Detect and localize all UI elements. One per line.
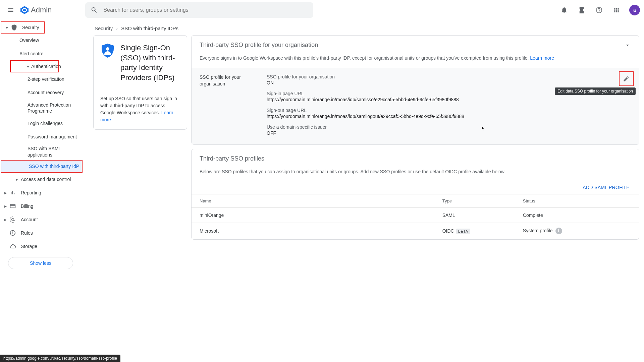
header-actions: a [557, 3, 640, 17]
breadcrumb-current: SSO with third-party IDPs [121, 25, 178, 31]
breadcrumb: Security › SSO with third-party IDPs [85, 20, 644, 35]
pencil-icon [623, 75, 630, 82]
sidebar-item-authentication[interactable]: ▾ Authentication [10, 60, 59, 72]
sso-shield-icon [100, 43, 115, 83]
app-header: Admin a [0, 0, 644, 20]
chevron-right-icon: ▸ [3, 190, 7, 195]
breadcrumb-link-security[interactable]: Security [95, 25, 113, 31]
sidebar-item-overview[interactable]: Overview [0, 34, 85, 47]
at-sign-icon [9, 216, 17, 224]
chevron-right-icon: ▸ [15, 177, 19, 182]
sidebar-item-storage[interactable]: ▸ Storage [0, 240, 85, 253]
col-status: Status [518, 194, 639, 208]
panel-header[interactable]: Third-party SSO profile for your organis… [192, 36, 639, 55]
chevron-right-icon: › [116, 25, 118, 31]
sidebar-item-login-challenges[interactable]: Login challenges [0, 117, 85, 130]
svg-point-7 [12, 232, 13, 233]
shield-icon [10, 23, 18, 32]
sidebar-item-advanced-protection[interactable]: Advanced Protection Programme [0, 99, 85, 117]
col-type: Type [438, 194, 518, 208]
sidebar-item-access-data[interactable]: ▸ Access and data control [0, 173, 85, 186]
table-row[interactable]: miniOrange SAML Complete [192, 208, 639, 223]
sidebar-item-security[interactable]: ▾ Security [1, 21, 45, 34]
chevron-down-icon: ▾ [5, 25, 9, 30]
show-less-button[interactable]: Show less [8, 257, 73, 269]
add-saml-profile-button[interactable]: ADD SAML PROFILE [192, 181, 639, 194]
chevron-right-icon: ▸ [3, 217, 7, 222]
search-input[interactable] [103, 7, 308, 13]
apps-grid-icon [613, 7, 620, 13]
info-icon[interactable]: i [555, 228, 562, 234]
sidebar-item-rules[interactable]: ▸ Rules [0, 226, 85, 240]
col-name: Name [192, 194, 438, 208]
intro-card: Single Sign-On (SSO) with third-party Id… [93, 35, 187, 130]
steering-wheel-icon [9, 229, 17, 237]
credit-card-icon [9, 202, 17, 210]
main-content: Security › SSO with third-party IDPs Sin… [85, 20, 644, 362]
edit-sso-profile-button[interactable] [619, 71, 634, 86]
svg-point-3 [596, 7, 602, 13]
chevron-down-icon: ▾ [27, 64, 29, 69]
sidebar-item-2step[interactable]: 2-step verification [0, 72, 85, 86]
sidebar-item-sso-thirdparty[interactable]: SSO with third-party IdP [1, 160, 83, 173]
org-sso-profile-panel: Third-party SSO profile for your organis… [191, 35, 639, 145]
app-logo[interactable]: Admin [20, 6, 52, 14]
menu-icon [7, 7, 14, 13]
svg-point-8 [106, 47, 109, 51]
learn-more-link[interactable]: Learn more [530, 55, 554, 61]
settings-section-label: SSO profile for your organisation [200, 74, 260, 136]
edit-tooltip: Edit data SSO profile for your organisat… [555, 87, 636, 95]
sidebar-item-alert-centre[interactable]: Alert centre [0, 47, 85, 60]
panel-header: Third-party SSO profiles [192, 149, 639, 168]
sso-profile-settings: SSO profile for your organisation SSO pr… [192, 68, 639, 144]
bell-icon [560, 6, 568, 14]
sidebar-label: Security [22, 25, 39, 30]
admin-logo-icon [20, 6, 29, 14]
sidebar-item-sso-saml[interactable]: SSO with SAML applications [0, 143, 85, 160]
help-button[interactable] [592, 3, 606, 17]
app-name: Admin [31, 6, 52, 14]
sidebar-item-account[interactable]: ▸ Account [0, 213, 85, 226]
help-icon [595, 6, 603, 14]
bar-chart-icon [9, 189, 17, 197]
hamburger-menu-button[interactable] [4, 3, 17, 17]
search-bar[interactable] [85, 2, 313, 18]
sso-profiles-table: Name Type Status miniOrange SAML Complet… [192, 194, 639, 239]
table-row[interactable]: Microsoft OIDCBETA System profilei [192, 223, 639, 239]
sidebar-item-billing[interactable]: ▸ Billing [0, 199, 85, 213]
svg-rect-4 [10, 204, 15, 208]
chevron-down-icon [624, 42, 631, 49]
beta-badge: BETA [456, 229, 470, 234]
intro-title: Single Sign-On (SSO) with third-party Id… [120, 43, 180, 83]
status-bar-url: https://admin.google.com/u/0/ac/security… [0, 355, 120, 362]
sidebar-item-password-management[interactable]: Password management [0, 130, 85, 143]
account-avatar[interactable]: a [629, 5, 640, 15]
notifications-button[interactable] [557, 3, 571, 17]
cloud-icon [9, 242, 17, 250]
chevron-right-icon: ▸ [3, 203, 7, 209]
search-icon [91, 6, 98, 14]
sidebar-item-account-recovery[interactable]: Account recovery [0, 86, 85, 99]
tasks-button[interactable] [575, 3, 588, 17]
hourglass-icon [578, 6, 585, 14]
sidebar: ▾ Security Overview Alert centre ▾ Authe… [0, 20, 85, 362]
sidebar-item-reporting[interactable]: ▸ Reporting [0, 186, 85, 199]
apps-button[interactable] [610, 3, 623, 17]
sso-profiles-panel: Third-party SSO profiles Below are SSO p… [191, 149, 639, 240]
